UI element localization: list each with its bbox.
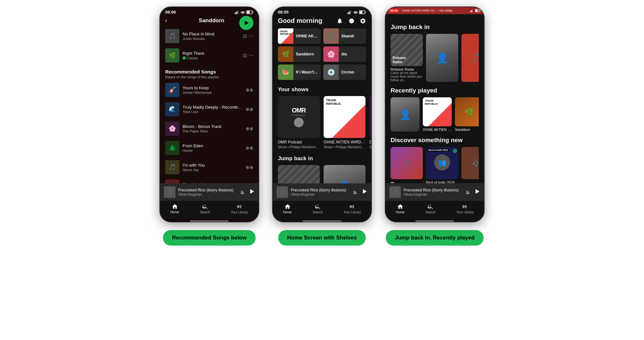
ohne-recent-inner: TRADEREPUBLIC (423, 97, 452, 126)
jump-card-olivia-2[interactable]: 👤 (324, 165, 365, 183)
phone-screen-1: 08:06 ‹ Sanddorn 🎵 (159, 6, 259, 222)
more-icon-2[interactable]: ⋯ (249, 53, 253, 58)
jump-card-radar-2[interactable]: ReleaseRadar (278, 165, 320, 183)
cast-icon[interactable] (241, 189, 246, 195)
play-fab-button[interactable] (239, 16, 253, 30)
nav-home-3[interactable]: Home (396, 203, 404, 214)
discover-label-purple: ••• (391, 180, 423, 183)
np-play-button-2[interactable] (362, 189, 367, 196)
song-actions-7: ⊕⊕ (246, 165, 253, 170)
search-icon-2 (315, 203, 321, 210)
indie-avatar: 👥 (434, 154, 450, 170)
jump-back-row: ReleaseRadar Release Radar Catch all the… (391, 34, 479, 82)
discover-card-indie[interactable]: 👥 Best of Indie 2018 Best of Indie 2018 (426, 147, 458, 183)
song-item-yours-to-keep[interactable]: 🎸 Yours to Keep Jordan Mackampa ⊕⊕ (160, 80, 259, 100)
settings-icon[interactable] (360, 18, 366, 24)
back-button[interactable]: ‹ (165, 17, 167, 24)
cast-icon-3[interactable] (466, 189, 471, 195)
notification-icon[interactable] (336, 18, 343, 24)
nav-search-1[interactable]: Search (200, 203, 210, 214)
home-indicator-3 (415, 220, 454, 222)
your-shows-title: Your shows (273, 85, 371, 96)
thumb-img-4: 🌊 (165, 102, 179, 116)
nav-library-1[interactable]: Your Library (231, 203, 248, 214)
discover-card-purple[interactable]: 🎵 ••• (391, 147, 423, 183)
song-item-truly-madly[interactable]: 🌊 Truly Madly Deeply - Recorded at Spoti… (160, 100, 259, 119)
grid-item-sanddorn[interactable]: 🌿 Sanddorn (278, 46, 321, 62)
grid-item-dia[interactable]: 🌸 dia (323, 46, 366, 62)
nav-home-1[interactable]: Home (170, 203, 179, 214)
nav-search-2[interactable]: Search (313, 203, 323, 214)
status-bar-2: 08:05 (273, 7, 371, 16)
now-playing-bar-3[interactable]: 🎵 Precooked Rice (blurry illusions) Oliv… (385, 183, 484, 200)
screen2-content: Good morning TRADEREPUBLIC (273, 16, 371, 183)
grid-item-circles[interactable]: 💿 Circles (323, 64, 366, 80)
status-bar-1: 08:06 (160, 7, 259, 16)
ohne-logo: TRADEREPUBLIC (326, 99, 341, 106)
more-icon[interactable]: ⋯ (249, 34, 253, 39)
nav-search-3[interactable]: Search (425, 203, 436, 214)
song-item-bloom[interactable]: 🌸 Bloom - Bonus Track The Paper Kites ⊕⊕ (160, 119, 259, 138)
svg-rect-5 (247, 11, 250, 13)
song-item-strawberries[interactable]: 🍓 Strawberries Caamp ⊕⊕ (160, 177, 259, 183)
song-artist-7: Vance Joy (183, 168, 242, 172)
time-badge: 08:05 (389, 9, 399, 13)
add-icon-4[interactable]: ⊕⊕ (246, 107, 253, 112)
history-icon[interactable] (348, 18, 355, 24)
grid-item-ohne[interactable]: TRADEREPUBLIC OHNE AKTIEN WIRD SCHW... (278, 28, 321, 44)
np-play-button[interactable] (249, 189, 255, 196)
omr-logo-text: OMR (292, 107, 306, 114)
add-icon-5[interactable]: ⊕⊕ (246, 126, 253, 131)
nav-home-2[interactable]: Home (283, 203, 292, 214)
svg-rect-6 (252, 12, 253, 13)
svg-rect-25 (466, 193, 467, 194)
song-name-5: Bloom - Bonus Track (183, 124, 242, 129)
song-item-from-eden[interactable]: 🌲 From Eden Hozier ⊕⊕ (160, 138, 259, 158)
show-card-ohne[interactable]: TRADEREPUBLIC OHNE AKTIEN WIRD SC... Sho… (324, 96, 365, 149)
jump-card-onthew[interactable]: 🎵 On The W... (461, 34, 479, 82)
grid-item-if-i[interactable]: 🍉 If I Wasn't Your Daughter (278, 64, 321, 80)
add-icon-7[interactable]: ⊕⊕ (246, 165, 253, 170)
nav-library-3[interactable]: Your Library (456, 203, 474, 214)
nav-library-label-2: Your Library (344, 210, 361, 214)
wild-card-inner: 🎙️ (369, 96, 371, 138)
now-playing-bar-2[interactable]: 🎵 Precooked Rice (blurry illusions) Oliv… (273, 183, 371, 200)
jump-img-olivia: 👤 (426, 34, 458, 82)
show-sub-wild: Show • Die Bruddler (369, 145, 371, 149)
recently-card-olivia[interactable]: 👤 Olivia Klugman (391, 97, 420, 131)
recommended-title: Recommended Songs (165, 69, 253, 74)
battery-icon (246, 10, 253, 14)
screen1-header: ‹ Sanddorn (160, 16, 259, 26)
np-play-button-3[interactable] (474, 189, 480, 196)
show-card-omr[interactable]: OMR PODCAST OMR Podcast Show • Philipp W… (278, 96, 320, 149)
discover-heading: Discover something new (391, 134, 479, 147)
jump-card-radar[interactable]: ReleaseRadar Release Radar Catch all the… (391, 34, 423, 82)
label-pill-2: Home Screen with Shelves (278, 230, 366, 246)
shows-shelf-row: OMR PODCAST OMR Podcast Show • Philipp W… (273, 96, 371, 149)
discover-row: 🎵 ••• 👥 Best of Indie 2018 (391, 147, 479, 183)
song-info-2: Right There ✓ Cassia (183, 51, 240, 60)
phone-wrapper-3: 08:05 OHNE AKTIEN WIRD SC... • Die Wildp… (385, 6, 485, 246)
show-thumb-wild: 🎙️ (369, 96, 371, 138)
song-item-right-there[interactable]: 🌿 Right There ✓ Cassia ⊡ ⋯ (160, 46, 259, 65)
discover-card-warm[interactable]: 🎶 (461, 147, 479, 183)
show-card-wild[interactable]: 🎙️ Die Wildpa... Show • Die Bruddler (369, 96, 371, 149)
discover-img-warm: 🎶 (461, 147, 479, 179)
now-playing-bar-1[interactable]: 🎵 Precooked Rice (blurry illusions) Oliv… (160, 183, 259, 200)
song-thumb-1: 🎵 (165, 29, 179, 43)
grid-item-skandi[interactable]: 🎵 Skandi (323, 28, 366, 44)
jump-card-olivia[interactable]: 👤 Olivia Klugman Single • Ru... (426, 34, 458, 82)
nav-library-2[interactable]: Your Library (344, 203, 361, 214)
recently-card-ohne[interactable]: TRADEREPUBLIC OHNE AKTIEN WIRD SCHWER - … (423, 97, 452, 131)
svg-rect-16 (365, 12, 366, 13)
song-item-im-with-you[interactable]: 🎵 I'm with You Vance Joy ⊕⊕ (160, 158, 259, 177)
recently-label-sanddorn: Sanddorn (455, 128, 479, 131)
cast-icon-2[interactable] (353, 189, 358, 195)
add-icon-3[interactable]: ⊕⊕ (246, 87, 253, 92)
add-icon-6[interactable]: ⊕⊕ (246, 145, 253, 151)
grid-thumb-ohne: TRADEREPUBLIC (278, 28, 293, 44)
np-title-1: Precooked Rice (blurry illusions) (178, 188, 238, 192)
svg-rect-1 (236, 12, 236, 14)
recently-card-sanddorn[interactable]: 🌿 Sanddorn (455, 97, 479, 131)
library-icon-1 (236, 203, 243, 210)
